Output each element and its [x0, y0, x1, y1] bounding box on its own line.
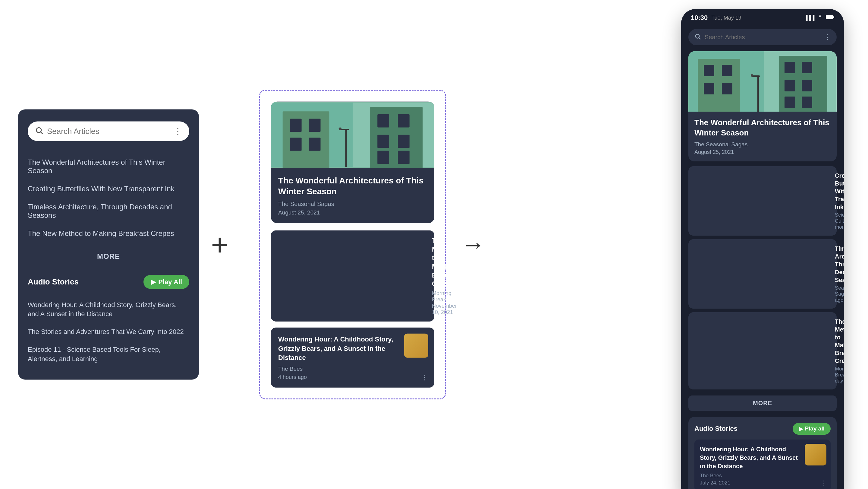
audio-card[interactable]: Wondering Hour: A Childhood Story, Grizz… [271, 327, 434, 387]
list-item[interactable]: The Wonderful Architectures of This Wint… [28, 153, 189, 179]
svg-rect-31 [722, 83, 733, 94]
svg-rect-13 [377, 135, 389, 148]
svg-rect-30 [704, 83, 714, 94]
svg-rect-28 [704, 65, 714, 76]
phone-crepes-meta: Morning Break 1 day ago [835, 366, 844, 384]
svg-point-0 [36, 127, 41, 133]
left-search-input[interactable] [47, 126, 170, 136]
featured-card[interactable]: The Wonderful Architectures of This Wint… [271, 102, 434, 223]
left-article-list: The Wonderful Architectures of This Wint… [28, 153, 189, 242]
phone-crepes-content: The New Method to Making Breakfast Crepe… [835, 318, 844, 384]
phone-audio-title: Audio Stories [694, 425, 738, 433]
play-all-button[interactable]: ▶ Play All [144, 275, 189, 289]
phone-play-icon: ▶ [799, 425, 803, 432]
svg-rect-9 [309, 138, 321, 151]
phone-featured-title: The Wonderful Architectures of This Wint… [694, 118, 831, 138]
svg-rect-34 [802, 62, 812, 73]
list-item[interactable]: Timeless Architecture, Through Decades a… [28, 198, 189, 224]
svg-rect-20 [826, 16, 833, 19]
phone-featured-date: August 25, 2021 [694, 149, 831, 155]
phone-status-bar: 10:30 Tue, May 19 ▐▐▐ [681, 9, 844, 24]
svg-line-1 [41, 132, 42, 134]
phone-more-button[interactable]: MORE [688, 396, 837, 411]
left-more-button[interactable]: MORE [28, 252, 189, 260]
svg-rect-12 [398, 114, 410, 127]
middle-panel: The Wonderful Architectures of This Wint… [259, 90, 446, 399]
main-layout: ⋮ The Wonderful Architectures of This Wi… [0, 0, 868, 489]
phone-featured-card[interactable]: The Wonderful Architectures of This Wint… [688, 51, 837, 162]
list-item[interactable]: Creating Butterflies With New Transparen… [28, 179, 189, 198]
svg-point-41 [751, 74, 753, 77]
svg-rect-15 [377, 150, 389, 164]
list-item[interactable]: Episode 11 - Science Based Tools For Sle… [28, 341, 189, 368]
phone-play-all-label: Play all [805, 425, 825, 432]
audio-section-title: Audio Stories [28, 277, 79, 287]
featured-card-date: August 25, 2021 [278, 209, 427, 216]
signal-icon: ▐▐▐ [804, 15, 814, 21]
play-icon: ▶ [151, 278, 156, 286]
phone-audio-card-date: July 24, 2021 [700, 480, 825, 486]
audio-card-time: 4 hours ago [278, 374, 427, 380]
svg-rect-36 [802, 80, 812, 91]
svg-rect-14 [398, 135, 410, 148]
phone-audio-card-thumbnail [805, 444, 827, 465]
svg-rect-17 [345, 129, 347, 167]
svg-rect-21 [833, 16, 834, 18]
phone-search-icon [694, 33, 701, 41]
phone-timeless-meta: Seasonal Sagas 10 days ago [835, 285, 844, 303]
svg-rect-33 [784, 62, 795, 73]
svg-rect-7 [309, 119, 321, 132]
phone-butterflies-card[interactable]: Creating Butterflies With New Transparen… [688, 166, 837, 236]
phone-audio-card-source: The Bees [700, 473, 825, 479]
phone-search-bar[interactable]: ⋮ [688, 29, 837, 45]
phone-crepes-title: The New Method to Making Breakfast Crepe… [835, 318, 844, 365]
audio-card-thumbnail [404, 333, 428, 357]
svg-point-22 [695, 34, 700, 38]
svg-rect-11 [377, 114, 389, 127]
phone-butterflies-title: Creating Butterflies With New Transparen… [835, 172, 844, 211]
component-box: The Wonderful Architectures of This Wint… [259, 90, 446, 399]
svg-rect-35 [784, 80, 795, 91]
svg-rect-29 [722, 65, 733, 76]
phone-featured-source: The Seasonal Sagas [694, 141, 831, 148]
small-card-content: The New Method to Making Breakfast Crepe… [432, 236, 462, 316]
phone-search-input[interactable] [705, 34, 820, 41]
left-audio-list: Wondering Hour: A Childhood Story, Grizz… [28, 296, 189, 368]
phone-audio-card[interactable]: Wondering Hour: A Childhood Story, Grizz… [694, 439, 831, 489]
small-article-card[interactable]: The New Method to Making Breakfast Crepe… [271, 230, 434, 322]
phone-featured-image [688, 51, 837, 112]
svg-rect-6 [290, 119, 302, 132]
featured-card-content: The Wonderful Architectures of This Wint… [271, 168, 434, 223]
featured-card-source: The Seasonal Sagas [278, 201, 427, 207]
svg-rect-38 [802, 96, 812, 108]
left-search-bar[interactable]: ⋮ [28, 121, 189, 141]
wifi-icon [817, 15, 824, 21]
arrow-sign: → [461, 231, 485, 259]
featured-card-title: The Wonderful Architectures of This Wint… [278, 175, 427, 197]
battery-icon [826, 15, 834, 21]
svg-rect-37 [784, 96, 795, 108]
audio-card-menu-icon[interactable]: ⋮ [421, 373, 428, 382]
phone-butterflies-source: Science Culture [835, 212, 844, 224]
list-item[interactable]: The Stories and Adventures That We Carry… [28, 323, 189, 341]
svg-rect-5 [283, 111, 330, 168]
phone-butterflies-meta: Science Culture 1 month ago [835, 212, 844, 230]
left-panel: ⋮ The Wonderful Architectures of This Wi… [18, 109, 199, 380]
status-icons: ▐▐▐ [804, 15, 834, 21]
phone-search-menu-icon[interactable]: ⋮ [824, 33, 831, 41]
play-all-label: Play All [158, 278, 182, 286]
phone-content: ⋮ [681, 24, 844, 489]
menu-dots-icon[interactable]: ⋮ [174, 126, 182, 136]
phone-audio-card-menu-icon[interactable]: ⋮ [820, 479, 827, 487]
list-item[interactable]: Wondering Hour: A Childhood Story, Grizz… [28, 296, 189, 323]
phone-crepes-card[interactable]: The New Method to Making Breakfast Crepe… [688, 312, 837, 390]
phone-audio-section: Audio Stories ▶ Play all Wondering Hour:… [688, 417, 837, 489]
list-item[interactable]: The New Method to Making Breakfast Crepe… [28, 224, 189, 242]
svg-rect-8 [290, 138, 302, 151]
phone-butterflies-content: Creating Butterflies With New Transparen… [835, 172, 844, 230]
phone-crepes-source: Morning Break [835, 366, 844, 378]
small-card-title: The New Method to Making Breakfast Crepe… [432, 236, 462, 288]
small-card-meta: Morning Break November 10, 2021 [432, 290, 462, 315]
phone-timeless-card[interactable]: Timeless Architecture, Through Decades a… [688, 239, 837, 309]
phone-play-all-button[interactable]: ▶ Play all [793, 423, 831, 435]
